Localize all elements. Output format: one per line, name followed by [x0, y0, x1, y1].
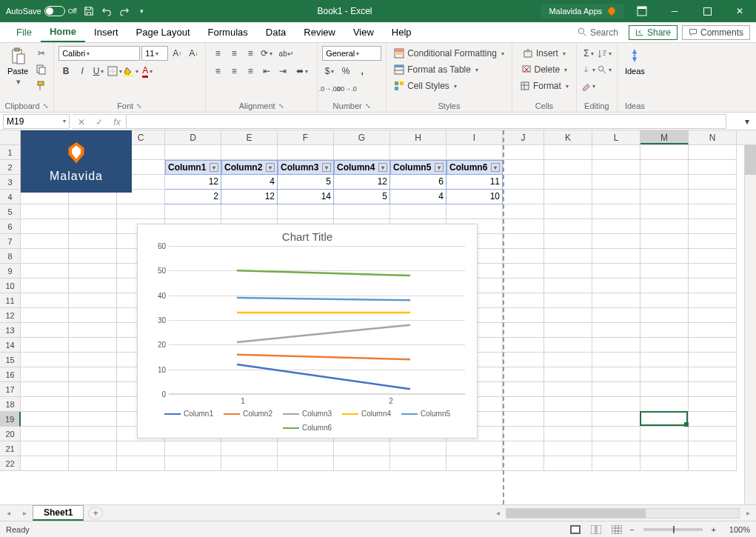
legend-item[interactable]: Column3	[283, 410, 332, 418]
align-center-icon[interactable]: ≡	[227, 64, 241, 79]
cell[interactable]	[503, 382, 544, 397]
column-header[interactable]: I	[446, 130, 503, 144]
cell[interactable]	[689, 441, 737, 456]
cell[interactable]	[544, 353, 592, 367]
column-header[interactable]: N	[689, 130, 737, 144]
fx-icon[interactable]: fx	[108, 115, 126, 130]
cell[interactable]	[640, 367, 689, 382]
column-header[interactable]: H	[390, 130, 446, 144]
row-header[interactable]: 7	[0, 234, 21, 249]
legend-item[interactable]: Column1	[164, 410, 213, 418]
row-header[interactable]: 10	[0, 278, 21, 293]
column-header[interactable]: J	[503, 130, 544, 144]
cell[interactable]	[221, 441, 278, 456]
column-header[interactable]: F	[278, 130, 334, 144]
cell[interactable]	[503, 219, 544, 234]
cell[interactable]	[544, 441, 592, 456]
column-header[interactable]: M	[640, 130, 689, 144]
cell[interactable]	[640, 160, 689, 175]
cell[interactable]: Column4▾	[334, 160, 390, 175]
comments-button[interactable]: Comments	[682, 25, 750, 40]
cell[interactable]: Column2▾	[221, 160, 278, 175]
cell-styles-button[interactable]: Cell Styles▾	[391, 79, 507, 93]
cell[interactable]	[592, 145, 640, 160]
cell[interactable]	[640, 441, 689, 456]
cell[interactable]	[503, 397, 544, 412]
column-header[interactable]: D	[165, 130, 221, 144]
cell[interactable]	[640, 175, 689, 190]
cell[interactable]	[592, 234, 640, 249]
font-name-combo[interactable]: Calibri▾	[58, 46, 140, 61]
cell[interactable]	[446, 441, 503, 456]
cell[interactable]	[446, 204, 503, 219]
tab-page-layout[interactable]: Page Layout	[127, 22, 199, 42]
row-header[interactable]: 9	[0, 264, 21, 278]
cell[interactable]	[640, 412, 689, 427]
chart-title[interactable]: Chart Title	[150, 230, 465, 243]
cell[interactable]	[592, 264, 640, 278]
number-format-combo[interactable]: General▾	[322, 46, 381, 61]
cell[interactable]	[503, 175, 544, 190]
cell[interactable]	[69, 397, 117, 412]
cell[interactable]: Column1▾	[165, 160, 221, 175]
cell[interactable]	[334, 456, 390, 471]
column-header[interactable]: L	[592, 130, 640, 144]
legend-item[interactable]: Column2	[224, 410, 272, 418]
cell[interactable]	[503, 204, 544, 219]
cell[interactable]	[221, 204, 278, 219]
cell[interactable]	[544, 308, 592, 323]
legend-item[interactable]: Column4	[342, 410, 391, 418]
tab-view[interactable]: View	[344, 22, 383, 42]
increase-indent-icon[interactable]: ⇥	[275, 64, 290, 79]
cell[interactable]	[21, 382, 69, 397]
cell[interactable]	[69, 338, 117, 353]
cell[interactable]	[689, 264, 737, 278]
malavida-apps-button[interactable]: Malavida Apps	[541, 4, 624, 19]
cell[interactable]	[503, 412, 544, 427]
cell[interactable]	[334, 204, 390, 219]
row-header[interactable]: 13	[0, 323, 21, 338]
cell[interactable]	[69, 367, 117, 382]
accounting-format-icon[interactable]: $▾	[322, 64, 337, 79]
cell[interactable]	[689, 145, 737, 160]
cell[interactable]	[544, 427, 592, 441]
search-input[interactable]: Search	[572, 27, 624, 38]
cell[interactable]	[21, 264, 69, 278]
close-button[interactable]: ✕	[725, 1, 755, 21]
decrease-decimal-icon[interactable]: .00→.0	[338, 81, 353, 96]
cell[interactable]	[503, 160, 544, 175]
cell[interactable]	[503, 441, 544, 456]
row-header[interactable]: 22	[0, 456, 21, 471]
orientation-icon[interactable]: ⟳▾	[259, 46, 274, 61]
cell[interactable]	[544, 412, 592, 427]
clear-icon[interactable]: ▾	[581, 79, 596, 93]
cell[interactable]	[334, 441, 390, 456]
align-right-icon[interactable]: ≡	[243, 64, 258, 79]
cell[interactable]	[69, 264, 117, 278]
row-header[interactable]: 11	[0, 293, 21, 308]
cell[interactable]	[640, 323, 689, 338]
cell[interactable]: 5	[334, 190, 390, 204]
cell[interactable]	[21, 456, 69, 471]
cell[interactable]	[592, 353, 640, 367]
cell[interactable]	[640, 204, 689, 219]
tab-review[interactable]: Review	[295, 22, 344, 42]
font-launcher-icon[interactable]: ⤡	[136, 102, 142, 110]
cell[interactable]	[69, 219, 117, 234]
cell[interactable]	[21, 219, 69, 234]
cell[interactable]: 12	[165, 175, 221, 190]
cell[interactable]	[544, 323, 592, 338]
row-header[interactable]: 17	[0, 382, 21, 397]
new-sheet-button[interactable]: +	[88, 507, 103, 520]
cell[interactable]: 12	[334, 175, 390, 190]
page-break-view-icon[interactable]	[609, 523, 625, 536]
cell[interactable]	[503, 145, 544, 160]
cell[interactable]	[689, 367, 737, 382]
align-top-icon[interactable]: ≡	[210, 46, 225, 61]
cell[interactable]	[117, 441, 165, 456]
cell[interactable]	[592, 278, 640, 293]
cell[interactable]	[21, 441, 69, 456]
cell[interactable]	[544, 175, 592, 190]
qat-customize-icon[interactable]: ▾	[136, 5, 148, 17]
cell[interactable]	[390, 441, 446, 456]
